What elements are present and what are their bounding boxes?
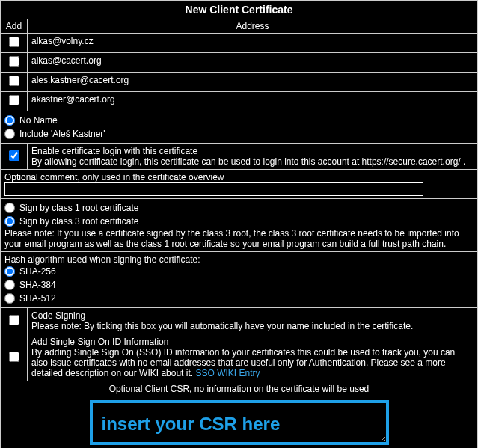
enable-login-checkbox[interactable] (9, 150, 19, 161)
csr-label: Optional Client CSR, no information on t… (4, 384, 474, 394)
email-checkbox-3[interactable] (9, 95, 19, 105)
page-title: New Client Certificate (1, 1, 478, 19)
enable-login-title: Enable certificate login with this certi… (31, 146, 474, 156)
enable-login-note: By allowing certificate login, this cert… (31, 156, 474, 167)
sha384-label: SHA-384 (19, 280, 56, 290)
code-signing-title: Code Signing (31, 310, 474, 321)
email-checkbox-1[interactable] (9, 56, 19, 67)
sso-wiki-link[interactable]: SSO WIKI Entry (195, 368, 260, 378)
radio-sha384[interactable] (4, 280, 15, 290)
sha256-label: SHA-256 (19, 266, 56, 277)
radio-include-name[interactable] (4, 129, 15, 139)
code-signing-note: Please note: By ticking this box you wil… (31, 321, 474, 331)
email-1: alkas@cacert.org (28, 53, 478, 73)
radio-sha256[interactable] (4, 266, 15, 277)
class1-label: Sign by class 1 root certificate (19, 203, 138, 213)
email-2: ales.kastner@cacert.org (28, 73, 478, 92)
col-add: Add (1, 19, 28, 34)
include-name-label: Include 'Aleš Kastner' (19, 129, 105, 139)
csr-textarea[interactable] (90, 400, 389, 445)
class3-label: Sign by class 3 root certificate (19, 216, 138, 227)
hash-label: Hash algorithm used when signing the cer… (4, 254, 474, 265)
radio-class1[interactable] (4, 203, 15, 213)
radio-class3[interactable] (4, 216, 15, 227)
sign-note: Please note: If you use a certificate si… (4, 228, 474, 249)
email-checkbox-0[interactable] (9, 37, 19, 47)
code-signing-checkbox[interactable] (9, 315, 19, 325)
optional-comment-label: Optional comment, only used in the certi… (4, 172, 474, 182)
email-3: akastner@cacert.org (28, 92, 478, 111)
radio-sha512[interactable] (4, 293, 15, 304)
sso-title: Add Single Sign On ID Information (31, 337, 474, 347)
sso-checkbox[interactable] (9, 352, 19, 362)
no-name-label: No Name (19, 115, 58, 126)
col-address: Address (28, 19, 478, 34)
optional-comment-input[interactable] (4, 182, 423, 196)
email-0: alkas@volny.cz (28, 34, 478, 53)
radio-no-name[interactable] (4, 115, 15, 126)
sha512-label: SHA-512 (19, 293, 56, 304)
email-checkbox-2[interactable] (9, 76, 19, 86)
